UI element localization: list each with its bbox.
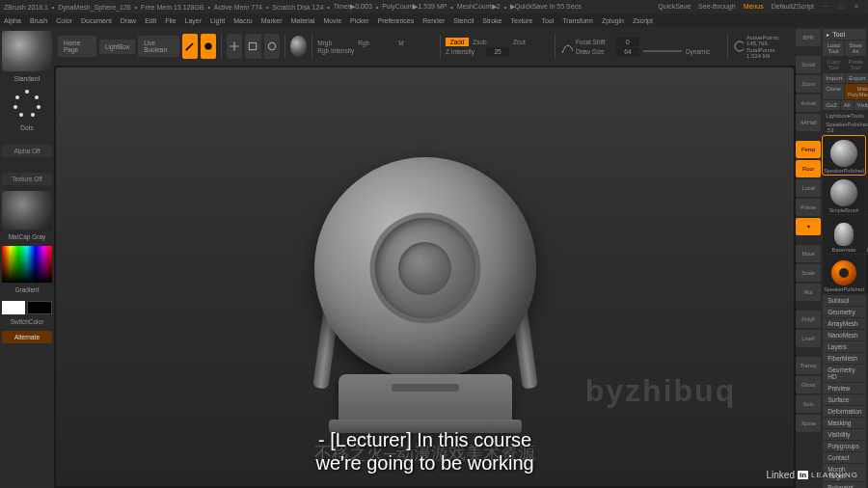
menu-texture[interactable]: Texture <box>510 17 532 24</box>
minimize-icon[interactable]: ─ <box>822 3 829 11</box>
menu-file[interactable]: File <box>165 17 176 24</box>
subpanel-geometry[interactable]: Geometry <box>823 307 866 317</box>
scalenav-button[interactable]: Scale <box>796 264 821 282</box>
aahalf-button[interactable]: AAHalf <box>796 114 821 131</box>
visible-button[interactable]: Visible <box>854 100 868 110</box>
makepolymesh-button[interactable]: Make PolyMesh3D <box>845 84 868 99</box>
rgb-button[interactable]: Rgb <box>358 40 394 46</box>
zsub-button[interactable]: Zsub <box>473 39 509 45</box>
defaultzscript-button[interactable]: DefaultZScript <box>772 3 814 11</box>
subpanel-masking[interactable]: Masking <box>823 418 866 428</box>
subpanel-contact[interactable]: Contact <box>823 452 866 463</box>
menu-transform[interactable]: Transform <box>562 17 593 24</box>
export-button[interactable]: Export <box>846 73 868 83</box>
subpanel-fibermesh[interactable]: FiberMesh <box>823 353 866 364</box>
subpanel-preview[interactable]: Preview <box>823 383 866 393</box>
swatch-black[interactable] <box>27 301 52 314</box>
m-button[interactable]: M <box>398 40 435 46</box>
drawsize-value[interactable]: 64 <box>616 47 639 56</box>
subpanel-subtool[interactable]: Subtool <box>823 295 866 306</box>
edit-icon[interactable] <box>182 34 198 59</box>
subpanel-arraymesh[interactable]: ArrayMesh <box>823 318 866 329</box>
actual-button[interactable]: Actual <box>796 95 821 112</box>
drawsize-slider[interactable] <box>643 50 682 52</box>
import-button[interactable]: Import <box>823 73 845 83</box>
brush-thumbnail[interactable] <box>2 31 52 71</box>
tool-crumb[interactable]: Lightbox▸Tools <box>823 111 866 120</box>
tool-preview-item[interactable]: Basemate <box>823 215 865 254</box>
local-button[interactable]: Local <box>796 179 821 197</box>
menu-stencil[interactable]: Stencil <box>453 17 474 24</box>
texture-button[interactable]: Texture Off <box>2 173 52 185</box>
subpanel-surface[interactable]: Surface <box>823 394 866 405</box>
material-thumbnail[interactable] <box>2 191 52 230</box>
zcut-button[interactable]: Zcut <box>513 39 550 45</box>
linef-button[interactable]: LineF <box>796 330 821 347</box>
focalshift-value[interactable]: 0 <box>616 38 639 46</box>
menu-material[interactable]: Material <box>290 17 314 24</box>
close-icon[interactable]: ✕ <box>853 3 860 11</box>
all-button[interactable]: All <box>841 100 854 110</box>
pastetool-button[interactable]: Paste Tool <box>845 57 866 72</box>
scroll-button[interactable]: Scroll <box>796 56 821 73</box>
brush-curve-icon[interactable] <box>560 36 573 57</box>
xyz-button[interactable]: ✦ <box>796 218 821 235</box>
seethrough-button[interactable]: See-through <box>698 3 736 11</box>
homepage-tab[interactable]: Home Page <box>58 36 96 57</box>
goz-button[interactable]: GoZ <box>823 100 840 110</box>
zintensity-value[interactable]: 25 <box>486 47 509 56</box>
tool-preview-item[interactable]: SpeakerPolished <box>823 255 865 293</box>
menu-color[interactable]: Color <box>56 17 72 24</box>
viewport[interactable]: 不移之火─动漫游戏美术资源 byzhibuq - [Lecturer] In t… <box>56 68 794 486</box>
saveas-button[interactable]: Save As <box>845 41 866 56</box>
dynamic-button[interactable]: Dynamic <box>686 48 722 55</box>
ghost-button[interactable]: Ghost <box>796 376 821 393</box>
subpanel-geometryhd[interactable]: Geometry HD <box>823 365 866 382</box>
floor-button[interactable]: Floor <box>796 160 821 177</box>
xpose-button[interactable]: Xpose <box>796 415 821 432</box>
stroke-thumbnail[interactable] <box>2 86 52 121</box>
polyf-button[interactable]: PolyF <box>796 311 821 328</box>
menu-edit[interactable]: Edit <box>145 17 156 24</box>
quicksave-button[interactable]: QuickSave <box>658 3 691 11</box>
menu-macro[interactable]: Macro <box>233 17 252 24</box>
tool-preview-item[interactable]: SimpleBrush <box>823 176 865 214</box>
subpanel-nanomesh[interactable]: NanoMesh <box>823 330 866 340</box>
color-picker[interactable] <box>2 246 52 283</box>
menu-picker[interactable]: Picker <box>350 17 368 24</box>
scale-icon[interactable] <box>245 34 260 59</box>
menu-draw[interactable]: Draw <box>121 17 136 24</box>
bpr-button[interactable]: BPR <box>796 29 821 46</box>
lightbox-tab[interactable]: LightBox <box>99 40 135 54</box>
mrgb-button[interactable]: Mrgb <box>317 40 354 46</box>
loadtool-button[interactable]: Load Tool <box>823 41 844 56</box>
menu-stroke[interactable]: Stroke <box>482 17 502 24</box>
clone-button[interactable]: Clone <box>823 84 844 99</box>
frame-button[interactable]: Frame <box>796 199 821 216</box>
move-icon[interactable] <box>227 34 242 59</box>
alternate-button[interactable]: Alternate <box>2 331 52 343</box>
menu-tool[interactable]: Tool <box>541 17 554 24</box>
gradient-label[interactable]: Gradient <box>2 286 52 293</box>
menu-light[interactable]: Light <box>210 17 225 24</box>
menu-zscript[interactable]: Zscript <box>633 17 653 24</box>
menu-movie[interactable]: Movie <box>323 17 341 24</box>
swatch-white[interactable] <box>2 301 25 314</box>
menu-brush[interactable]: Brush <box>30 17 47 24</box>
menu-layer[interactable]: Layer <box>185 17 203 24</box>
menu-alpha[interactable]: Alpha <box>4 17 21 24</box>
draw-icon[interactable] <box>201 34 216 59</box>
menu-render[interactable]: Render <box>422 17 445 24</box>
subpanel-polypaint[interactable]: Polypaint <box>823 482 866 488</box>
switchcolor-button[interactable]: SwitchColor <box>2 318 52 325</box>
maximize-icon[interactable]: □ <box>837 3 845 11</box>
menu-document[interactable]: Document <box>81 17 112 24</box>
transp-button[interactable]: Transp <box>796 357 821 374</box>
tool-preview-item[interactable]: SpeakerPolished <box>823 136 865 175</box>
menu-zplugin[interactable]: Zplugin <box>602 17 624 24</box>
subpanel-deformation[interactable]: Deformation <box>823 406 866 417</box>
rotate-icon[interactable] <box>264 34 280 59</box>
subpanel-visibility[interactable]: Visibility <box>823 429 866 440</box>
persp-button[interactable]: Persp <box>796 141 821 158</box>
zadd-button[interactable]: Zadd <box>446 38 469 46</box>
